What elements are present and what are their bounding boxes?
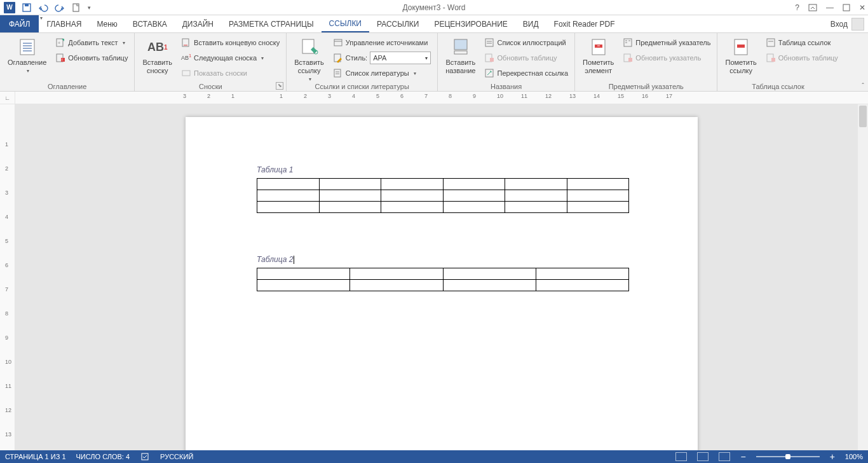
group-citations: Вставить ссылку Управление источниками С…: [287, 33, 438, 91]
insert-index-button[interactable]: Предметный указатель: [620, 36, 713, 50]
undo-icon[interactable]: [38, 3, 48, 13]
update-index-button[interactable]: Обновить указатель: [620, 51, 713, 65]
footnotes-dialog-launcher[interactable]: ⬊: [276, 82, 283, 90]
document-area[interactable]: Таблица 1 Таблица 2: [15, 104, 868, 450]
ribbon-options-icon[interactable]: [808, 4, 817, 11]
title-bar: W ▾ Документ3 - Word ? — ✕: [0, 0, 868, 15]
show-notes-icon: [181, 68, 191, 78]
update-toa-button[interactable]: Обновить таблицу: [763, 51, 841, 65]
help-icon[interactable]: ?: [795, 3, 799, 12]
group-toc: Оглавление +Добавить текст !Обновить таб…: [0, 33, 135, 91]
caption-icon: [451, 37, 471, 57]
update-toa-icon: [766, 53, 776, 63]
scrollbar-thumb[interactable]: [859, 106, 867, 127]
svg-rect-48: [771, 58, 775, 62]
tab-layout[interactable]: РАЗМЕТКА СТРАНИЦЫ: [221, 15, 322, 32]
table-1[interactable]: [257, 178, 629, 213]
svg-rect-37: [624, 39, 632, 46]
citation-label: Вставить ссылку: [294, 59, 324, 75]
horizontal-ruler[interactable]: 3211234567891011121314151617: [15, 92, 868, 104]
footnote-label: Вставить сноску: [142, 59, 172, 75]
vertical-ruler[interactable]: 12345678910111213: [0, 104, 15, 450]
ruler-corner[interactable]: ∟: [0, 92, 15, 104]
close-icon[interactable]: ✕: [859, 3, 865, 12]
view-web-layout-icon[interactable]: [719, 452, 730, 461]
zoom-level[interactable]: 100%: [845, 453, 863, 460]
page: Таблица 1 Таблица 2: [186, 117, 698, 450]
show-notes-button[interactable]: Показать сноски: [179, 66, 282, 80]
insert-toa-button[interactable]: Таблица ссылок: [763, 36, 841, 50]
tab-menu[interactable]: Меню: [89, 15, 125, 32]
cursor: [294, 256, 294, 264]
manage-sources-button[interactable]: Управление источниками: [330, 36, 433, 50]
citation-style-select[interactable]: APA▾: [370, 52, 431, 64]
chevron-down-icon: ▾: [425, 55, 428, 61]
update-toc-button[interactable]: !Обновить таблицу: [53, 51, 130, 65]
zoom-slider[interactable]: [756, 456, 820, 457]
svg-rect-27: [454, 51, 467, 54]
svg-rect-23: [334, 69, 341, 77]
update-captions-button[interactable]: Обновить таблицу: [482, 51, 571, 65]
svg-rect-44: [737, 45, 745, 48]
tab-review[interactable]: РЕЦЕНЗИРОВАНИЕ: [426, 15, 515, 32]
mark-entry-label: Пометить элемент: [583, 59, 614, 75]
mark-citation-button[interactable]: Пометить ссылку: [721, 36, 760, 75]
svg-rect-4: [843, 4, 850, 11]
table2-caption: Таблица 2: [257, 255, 629, 264]
tab-insert[interactable]: ВСТАВКА: [125, 15, 175, 32]
group-footnotes-label: Сноски: [135, 83, 286, 90]
view-print-layout-icon[interactable]: [675, 452, 687, 461]
collapse-ribbon-icon[interactable]: ˆ: [862, 82, 864, 90]
table1-caption: Таблица 1: [257, 165, 629, 174]
update-index-icon: [623, 53, 633, 63]
status-page[interactable]: СТРАНИЦА 1 ИЗ 1: [5, 453, 66, 460]
document-workspace: 12345678910111213 Таблица 1 Таблица 2: [0, 104, 868, 450]
new-doc-icon[interactable]: [71, 3, 81, 13]
redo-icon[interactable]: [55, 3, 65, 13]
next-footnote-button[interactable]: AB1Следующая сноска: [179, 51, 282, 65]
figlist-icon: [484, 38, 494, 48]
crossref-icon: [484, 68, 494, 78]
vertical-scrollbar[interactable]: [858, 104, 868, 450]
ribbon: Оглавление +Добавить текст !Обновить таб…: [0, 33, 868, 92]
svg-rect-5: [20, 39, 34, 55]
zoom-out-button[interactable]: −: [740, 452, 745, 462]
update-captions-icon: [484, 53, 494, 63]
mark-citation-label: Пометить ссылку: [725, 59, 756, 75]
mark-entry-button[interactable]: Пометить элемент: [579, 36, 618, 75]
add-text-icon: +: [55, 38, 65, 48]
tab-foxit[interactable]: Foxit Reader PDF: [546, 15, 623, 32]
minimize-icon[interactable]: —: [826, 3, 834, 12]
group-toc-label: Оглавление: [0, 83, 134, 90]
cross-reference-button[interactable]: Перекрестная ссылка: [482, 66, 571, 80]
save-icon[interactable]: [22, 3, 32, 13]
status-language[interactable]: РУССКИЙ: [160, 453, 193, 460]
tab-mailings[interactable]: РАССЫЛКИ: [369, 15, 426, 32]
add-text-button[interactable]: +Добавить текст: [53, 36, 130, 50]
insert-footnote-button[interactable]: AB1 Вставить сноску: [139, 36, 176, 75]
insert-citation-button[interactable]: Вставить ссылку: [290, 36, 328, 82]
tab-file[interactable]: ФАЙЛ: [0, 15, 39, 32]
manage-sources-icon: [333, 38, 343, 48]
figures-list-button[interactable]: Список иллюстраций: [482, 36, 571, 50]
group-toa-label: Таблица ссылок: [717, 83, 838, 90]
view-read-mode-icon[interactable]: [697, 452, 709, 461]
mark-entry-icon: [588, 37, 609, 57]
toc-button[interactable]: Оглавление: [4, 36, 50, 74]
table-2[interactable]: [257, 268, 629, 291]
bibliography-button[interactable]: Список литературы: [330, 66, 433, 80]
insert-endnote-button[interactable]: Вставить концевую сноску: [179, 36, 282, 50]
tab-design[interactable]: ДИЗАЙН: [175, 15, 221, 32]
zoom-slider-knob[interactable]: [785, 454, 790, 459]
zoom-in-button[interactable]: +: [830, 452, 835, 462]
sign-in[interactable]: Вход: [831, 15, 868, 32]
maximize-icon[interactable]: [843, 4, 850, 11]
insert-caption-button[interactable]: Вставить название: [442, 36, 479, 75]
status-words[interactable]: ЧИСЛО СЛОВ: 4: [76, 453, 130, 460]
tab-view[interactable]: ВИД: [515, 15, 546, 32]
tab-references[interactable]: ССЫЛКИ: [322, 15, 369, 32]
qat-more-icon[interactable]: ▾: [88, 4, 91, 11]
svg-rect-2: [73, 4, 79, 11]
group-captions: Вставить название Список иллюстраций Обн…: [438, 33, 575, 91]
spellcheck-icon[interactable]: [140, 452, 150, 461]
